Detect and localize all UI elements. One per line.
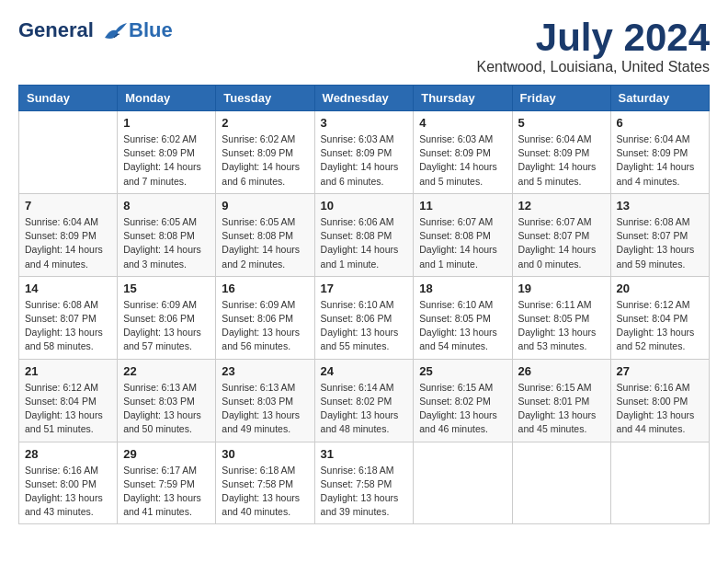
day-number: 5: [518, 116, 605, 130]
day-info: Sunrise: 6:12 AMSunset: 8:04 PMDaylight:…: [25, 381, 111, 437]
calendar-cell: 5Sunrise: 6:04 AMSunset: 8:09 PMDaylight…: [512, 111, 610, 194]
day-number: 3: [321, 116, 408, 130]
day-number: 24: [321, 364, 408, 378]
logo-line1: General: [18, 18, 94, 41]
day-info: Sunrise: 6:10 AMSunset: 8:05 PMDaylight:…: [419, 298, 506, 354]
day-number: 10: [321, 199, 408, 213]
day-header-monday: Monday: [118, 86, 216, 111]
calendar-cell: 12Sunrise: 6:07 AMSunset: 8:07 PMDayligh…: [512, 193, 610, 276]
day-number: 17: [321, 282, 408, 295]
logo-text: General: [18, 19, 127, 41]
day-info: Sunrise: 6:03 AMSunset: 8:09 PMDaylight:…: [419, 132, 506, 189]
calendar-cell: 30Sunrise: 6:18 AMSunset: 7:58 PMDayligh…: [216, 442, 314, 524]
calendar-cell: [512, 442, 610, 524]
day-number: 7: [25, 199, 111, 213]
calendar-cell: 11Sunrise: 6:07 AMSunset: 8:08 PMDayligh…: [414, 193, 512, 276]
day-number: 26: [518, 364, 605, 378]
day-number: 29: [123, 447, 210, 461]
day-info: Sunrise: 6:07 AMSunset: 8:08 PMDaylight:…: [419, 215, 506, 271]
calendar-cell: 13Sunrise: 6:08 AMSunset: 8:07 PMDayligh…: [610, 193, 709, 276]
calendar-week-row: 28Sunrise: 6:16 AMSunset: 8:00 PMDayligh…: [19, 442, 710, 524]
calendar-week-row: 7Sunrise: 6:04 AMSunset: 8:09 PMDaylight…: [19, 193, 710, 276]
day-info: Sunrise: 6:14 AMSunset: 8:02 PMDaylight:…: [321, 381, 408, 437]
page-header: General Blue July 2024 Kentwood, Louisia…: [18, 18, 710, 75]
day-number: 11: [419, 199, 506, 213]
calendar-cell: 3Sunrise: 6:03 AMSunset: 8:09 PMDaylight…: [314, 111, 414, 194]
day-number: 15: [123, 282, 210, 295]
calendar-cell: 16Sunrise: 6:09 AMSunset: 8:06 PMDayligh…: [216, 276, 314, 359]
day-info: Sunrise: 6:04 AMSunset: 8:09 PMDaylight:…: [25, 215, 111, 271]
day-info: Sunrise: 6:03 AMSunset: 8:09 PMDaylight:…: [321, 132, 408, 189]
calendar-cell: 20Sunrise: 6:12 AMSunset: 8:04 PMDayligh…: [610, 276, 709, 359]
day-number: 4: [419, 116, 506, 130]
logo-line2: Blue: [129, 18, 173, 42]
calendar-cell: 31Sunrise: 6:18 AMSunset: 7:58 PMDayligh…: [314, 442, 414, 524]
calendar-cell: 7Sunrise: 6:04 AMSunset: 8:09 PMDaylight…: [19, 193, 118, 276]
day-info: Sunrise: 6:13 AMSunset: 8:03 PMDaylight:…: [222, 381, 308, 437]
day-info: Sunrise: 6:10 AMSunset: 8:06 PMDaylight:…: [321, 298, 408, 354]
day-info: Sunrise: 6:04 AMSunset: 8:09 PMDaylight:…: [518, 132, 605, 189]
day-header-friday: Friday: [512, 86, 610, 111]
day-info: Sunrise: 6:15 AMSunset: 8:02 PMDaylight:…: [419, 381, 506, 437]
logo: General Blue: [18, 18, 173, 42]
day-info: Sunrise: 6:18 AMSunset: 7:58 PMDaylight:…: [222, 464, 308, 520]
calendar-cell: 15Sunrise: 6:09 AMSunset: 8:06 PMDayligh…: [118, 276, 216, 359]
day-info: Sunrise: 6:02 AMSunset: 8:09 PMDaylight:…: [222, 132, 308, 189]
day-number: 9: [222, 199, 308, 213]
calendar-cell: 6Sunrise: 6:04 AMSunset: 8:09 PMDaylight…: [610, 111, 709, 194]
day-number: 31: [321, 447, 408, 461]
day-number: 6: [617, 116, 703, 130]
day-number: 14: [25, 282, 111, 295]
day-info: Sunrise: 6:18 AMSunset: 7:58 PMDaylight:…: [321, 464, 408, 520]
day-info: Sunrise: 6:17 AMSunset: 7:59 PMDaylight:…: [123, 464, 210, 520]
calendar-cell: [19, 111, 118, 194]
day-header-sunday: Sunday: [19, 86, 118, 111]
day-header-thursday: Thursday: [414, 86, 512, 111]
day-number: 27: [617, 364, 703, 378]
day-info: Sunrise: 6:13 AMSunset: 8:03 PMDaylight:…: [123, 381, 210, 437]
calendar-cell: 2Sunrise: 6:02 AMSunset: 8:09 PMDaylight…: [216, 111, 314, 194]
day-info: Sunrise: 6:12 AMSunset: 8:04 PMDaylight:…: [617, 298, 703, 354]
day-number: 22: [123, 364, 210, 378]
logo-bird-icon: [101, 21, 127, 41]
day-info: Sunrise: 6:06 AMSunset: 8:08 PMDaylight:…: [321, 215, 408, 271]
calendar-cell: 9Sunrise: 6:05 AMSunset: 8:08 PMDaylight…: [216, 193, 314, 276]
calendar-cell: 4Sunrise: 6:03 AMSunset: 8:09 PMDaylight…: [414, 111, 512, 194]
calendar-cell: 14Sunrise: 6:08 AMSunset: 8:07 PMDayligh…: [19, 276, 118, 359]
calendar-cell: [414, 442, 512, 524]
calendar-week-row: 14Sunrise: 6:08 AMSunset: 8:07 PMDayligh…: [19, 276, 710, 359]
day-number: 18: [419, 282, 506, 295]
day-info: Sunrise: 6:15 AMSunset: 8:01 PMDaylight:…: [518, 381, 605, 437]
calendar-cell: 22Sunrise: 6:13 AMSunset: 8:03 PMDayligh…: [118, 359, 216, 442]
calendar-cell: 28Sunrise: 6:16 AMSunset: 8:00 PMDayligh…: [19, 442, 118, 524]
day-info: Sunrise: 6:05 AMSunset: 8:08 PMDaylight:…: [222, 215, 308, 271]
day-number: 12: [518, 199, 605, 213]
calendar-cell: 23Sunrise: 6:13 AMSunset: 8:03 PMDayligh…: [216, 359, 314, 442]
calendar-header-row: SundayMondayTuesdayWednesdayThursdayFrid…: [19, 86, 710, 111]
day-info: Sunrise: 6:07 AMSunset: 8:07 PMDaylight:…: [518, 215, 605, 271]
day-number: 25: [419, 364, 506, 378]
day-header-tuesday: Tuesday: [216, 86, 314, 111]
calendar-cell: 10Sunrise: 6:06 AMSunset: 8:08 PMDayligh…: [314, 193, 414, 276]
day-number: 28: [25, 447, 111, 461]
day-info: Sunrise: 6:05 AMSunset: 8:08 PMDaylight:…: [123, 215, 210, 271]
day-info: Sunrise: 6:09 AMSunset: 8:06 PMDaylight:…: [123, 298, 210, 354]
calendar-cell: 24Sunrise: 6:14 AMSunset: 8:02 PMDayligh…: [314, 359, 414, 442]
day-number: 8: [123, 199, 210, 213]
day-header-saturday: Saturday: [610, 86, 709, 111]
day-number: 16: [222, 282, 308, 295]
calendar-week-row: 1Sunrise: 6:02 AMSunset: 8:09 PMDaylight…: [19, 111, 710, 194]
calendar-cell: 26Sunrise: 6:15 AMSunset: 8:01 PMDayligh…: [512, 359, 610, 442]
day-info: Sunrise: 6:16 AMSunset: 8:00 PMDaylight:…: [25, 464, 111, 520]
calendar-cell: 27Sunrise: 6:16 AMSunset: 8:00 PMDayligh…: [610, 359, 709, 442]
day-number: 30: [222, 447, 308, 461]
calendar-cell: 19Sunrise: 6:11 AMSunset: 8:05 PMDayligh…: [512, 276, 610, 359]
calendar-cell: 25Sunrise: 6:15 AMSunset: 8:02 PMDayligh…: [414, 359, 512, 442]
day-header-wednesday: Wednesday: [314, 86, 414, 111]
calendar-cell: 8Sunrise: 6:05 AMSunset: 8:08 PMDaylight…: [118, 193, 216, 276]
title-section: July 2024 Kentwood, Louisiana, United St…: [477, 18, 711, 75]
day-number: 19: [518, 282, 605, 295]
day-info: Sunrise: 6:11 AMSunset: 8:05 PMDaylight:…: [518, 298, 605, 354]
day-number: 20: [617, 282, 703, 295]
day-info: Sunrise: 6:04 AMSunset: 8:09 PMDaylight:…: [617, 132, 703, 189]
